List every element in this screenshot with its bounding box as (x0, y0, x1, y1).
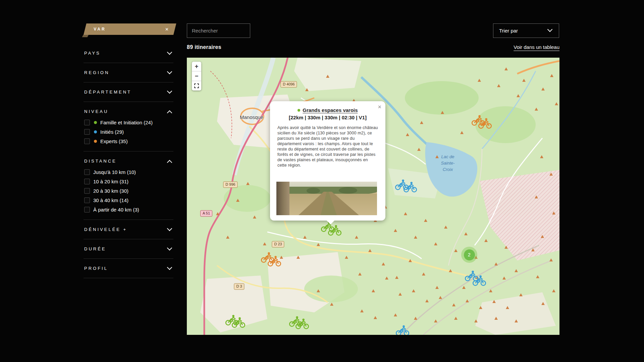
filter-option-famille-et-initiation-24[interactable]: Famille et Initiation (24) (84, 120, 173, 125)
poi-triangle-icon (317, 289, 320, 292)
poi-triangle-icon (555, 102, 558, 105)
filter-header-niveau[interactable]: NIVEAU (84, 109, 173, 114)
chevron-up-icon (167, 160, 172, 165)
filter-header-duree[interactable]: DURÉE (84, 246, 173, 251)
poi-triangle-icon (303, 236, 307, 239)
close-icon[interactable]: ✕ (165, 27, 169, 32)
poi-triangle-icon (404, 212, 407, 215)
route-level-dot (298, 109, 300, 112)
route-marker-famille-icon[interactable] (328, 225, 342, 237)
filter-header-pays[interactable]: PAYS (84, 51, 173, 56)
poi-triangle-icon (345, 256, 348, 259)
poi-triangle-icon (489, 289, 492, 292)
zoom-in-button[interactable]: + (192, 62, 201, 71)
checkbox[interactable] (84, 207, 90, 213)
poi-triangle-icon (552, 289, 555, 292)
route-marker-famille-icon[interactable] (231, 317, 246, 329)
poi-triangle-icon (506, 306, 509, 309)
filter-header-denivelee[interactable]: DÉNIVELÉE + (84, 227, 173, 232)
poi-triangle-icon (394, 313, 397, 316)
sort-dropdown[interactable]: Trier par (493, 23, 559, 38)
active-filter-tag[interactable]: VAR ✕ (84, 23, 176, 35)
poi-triangle-icon (452, 303, 455, 306)
route-marker-inities-icon[interactable] (403, 181, 417, 194)
poi-triangle-icon (535, 108, 538, 111)
filter-section-label: PAYS (84, 51, 101, 56)
poi-triangle-icon (305, 88, 309, 91)
route-description: Après avoir quitté la Verdière et son én… (277, 125, 378, 168)
checkbox[interactable] (84, 129, 90, 135)
filter-option-30-a-40-km-14[interactable]: 30 à 40 km (14) (84, 197, 173, 203)
route-title-link[interactable]: Grands espaces varois (303, 107, 358, 113)
route-marker-experts-icon[interactable] (267, 255, 281, 268)
checkbox[interactable] (84, 120, 90, 125)
poi-triangle-icon (435, 155, 439, 158)
poi-triangle-icon (484, 239, 488, 242)
route-popup-header: Grands espaces varois (277, 107, 378, 113)
popup-close-icon[interactable]: × (378, 104, 381, 110)
filter-section-label: DÉNIVELÉE + (84, 227, 127, 232)
filter-option-label: 20 à 30 km (30) (93, 188, 128, 194)
poi-triangle-icon (541, 302, 545, 305)
poi-triangle-icon (502, 277, 506, 280)
filter-option-experts-35[interactable]: Experts (35) (84, 138, 173, 144)
poi-triangle-icon (394, 229, 397, 232)
poi-triangle-icon (494, 317, 498, 320)
filter-header-distance[interactable]: DISTANCE (84, 159, 173, 164)
photo-tree (307, 188, 320, 194)
route-marker-experts-icon[interactable] (478, 118, 492, 130)
zoom-out-button[interactable]: − (192, 71, 201, 81)
route-marker-inities-icon[interactable] (395, 325, 410, 335)
checkbox[interactable] (84, 188, 90, 194)
poi-triangle-icon (541, 87, 545, 90)
sort-dropdown-label: Trier par (499, 28, 518, 34)
checkbox[interactable] (84, 169, 90, 175)
table-view-link[interactable]: Voir dans un tableau (514, 44, 559, 50)
filter-header-region[interactable]: REGION (84, 70, 173, 75)
poi-triangle-icon (330, 303, 333, 306)
filter-header-departement[interactable]: DÉPARTEMENT (84, 89, 173, 95)
poi-triangle-icon (434, 242, 437, 245)
filter-section-duree: DURÉE (84, 239, 173, 259)
photo-tree (339, 187, 357, 194)
road-shield-d-23: D 23 (272, 241, 284, 247)
filter-option-label: À partir de 40 km (3) (93, 207, 139, 213)
chevron-down-icon (547, 26, 553, 32)
road-shield-d-4096: D 4096 (280, 81, 297, 87)
poi-triangle-icon (515, 319, 518, 322)
poi-triangle-icon (550, 74, 553, 77)
poi-triangle-icon (540, 155, 543, 158)
fullscreen-button[interactable] (192, 81, 201, 90)
cluster-marker[interactable]: 2 (461, 247, 477, 263)
filter-option-label: Experts (35) (100, 138, 128, 144)
filter-option-inities-29[interactable]: Initiés (29) (84, 129, 173, 135)
checkbox[interactable] (84, 138, 90, 144)
filter-option-label: 30 à 40 km (14) (93, 197, 128, 203)
filter-options: Jusqu'à 10 km (10)10 à 20 km (31)20 à 30… (84, 169, 173, 213)
checkbox[interactable] (84, 197, 90, 203)
poi-triangle-icon (504, 67, 508, 70)
route-stats: [22km | 330m | 330m | 02:30 | V1] (277, 115, 378, 120)
filter-option-20-a-30-km-30[interactable]: 20 à 30 km (30) (84, 188, 173, 194)
route-popup: × Grands espaces varois [22km | 330m | 3… (270, 101, 385, 221)
search-input[interactable] (187, 23, 250, 38)
filter-section-region: REGION (84, 63, 173, 82)
filter-option-a-partir-de-40-km-3[interactable]: À partir de 40 km (3) (84, 207, 173, 213)
poi-triangle-icon (449, 269, 452, 272)
poi-triangle-icon (422, 273, 425, 276)
poi-triangle-icon (541, 235, 544, 238)
checkbox[interactable] (84, 179, 90, 184)
filter-header-profil[interactable]: PROFIL (84, 266, 173, 271)
filter-option-jusqu-a-10-km-10[interactable]: Jusqu'à 10 km (10) (84, 169, 173, 175)
poi-triangle-icon (460, 131, 464, 134)
poi-triangle-icon (479, 306, 482, 309)
map-canvas[interactable]: 2D 4096D 996A 51D 23D 3ManosqueLac de Sa… (187, 58, 559, 335)
poi-triangle-icon (549, 258, 553, 261)
poi-triangle-icon (420, 121, 423, 124)
filter-section-distance: DISTANCEJusqu'à 10 km (10)10 à 20 km (31… (84, 152, 173, 220)
poi-triangle-icon (531, 248, 535, 251)
route-marker-inities-icon[interactable] (472, 275, 486, 287)
filter-option-10-a-20-km-31[interactable]: 10 à 20 km (31) (84, 179, 173, 184)
route-marker-famille-icon[interactable] (295, 318, 309, 330)
poi-triangle-icon (374, 316, 377, 319)
